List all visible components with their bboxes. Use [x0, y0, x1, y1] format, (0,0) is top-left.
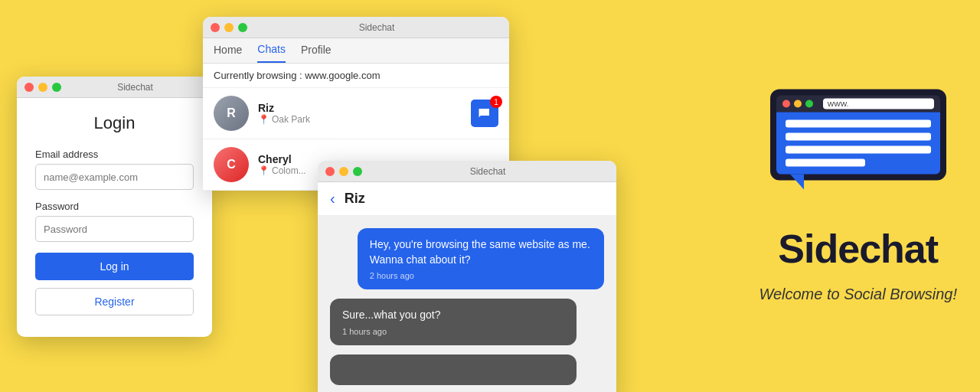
- message-received-2-partial: [330, 354, 577, 385]
- chat-conv-window-title: Sidechat: [367, 166, 609, 177]
- chat-action-btn-riz[interactable]: 1: [471, 100, 498, 127]
- message-sent-1: Hey, you're browsing the same website as…: [358, 228, 604, 289]
- chat-conv-minimize-dot[interactable]: [339, 167, 348, 176]
- chat-conv-titlebar: Sidechat: [318, 161, 616, 182]
- message-text-sent-1: Hey, you're browsing the same website as…: [370, 237, 592, 267]
- browser-frame-titlebar: WWW.: [776, 96, 940, 113]
- browser-url-bar: WWW.: [823, 99, 934, 109]
- browser-icon: WWW.: [770, 90, 946, 212]
- chat-info-riz: Riz 📍 Oak Park: [258, 102, 471, 125]
- chat-badge-riz: 1: [490, 96, 502, 108]
- tab-profile[interactable]: Profile: [301, 44, 332, 62]
- browser-frame: WWW.: [770, 90, 946, 181]
- message-received-1: Sure...what you got? 1 hours ago: [330, 299, 577, 345]
- location-icon-cheryl: 📍: [258, 165, 270, 176]
- chat-icon-riz: [478, 106, 492, 120]
- chats-minimize-dot[interactable]: [224, 23, 234, 32]
- chat-location-riz: 📍 Oak Park: [258, 114, 471, 125]
- back-button[interactable]: ‹: [330, 190, 335, 207]
- message-time-received-1: 1 hours ago: [342, 327, 564, 336]
- message-time-sent-1: 2 hours ago: [370, 271, 592, 280]
- login-titlebar: Sidechat: [17, 77, 212, 98]
- browser-dot-yellow: [794, 100, 802, 108]
- avatar-riz: R: [214, 96, 249, 131]
- chat-conv-close-dot[interactable]: [325, 167, 335, 176]
- avatar-cheryl: C: [214, 147, 249, 182]
- browser-line-3: [786, 146, 931, 154]
- tab-chats[interactable]: Chats: [257, 43, 286, 63]
- password-label: Password: [35, 201, 194, 212]
- browser-chat-bubble: [790, 175, 804, 190]
- message-text-received-1: Sure...what you got?: [342, 308, 564, 323]
- register-button[interactable]: Register: [35, 288, 194, 315]
- login-heading: Login: [35, 113, 194, 133]
- browser-dot-green: [805, 100, 813, 108]
- app-name: Sidechat: [778, 226, 938, 272]
- chats-tab-bar: Home Chats Profile: [203, 38, 509, 64]
- browsing-bar: Currently browsing : www.google.com: [203, 64, 509, 88]
- browser-content: [776, 113, 940, 175]
- chat-conversation-header: ‹ Riz: [318, 182, 616, 216]
- tab-home[interactable]: Home: [214, 44, 242, 62]
- chats-titlebar: Sidechat: [203, 17, 509, 38]
- email-input[interactable]: [35, 164, 194, 190]
- password-input[interactable]: [35, 216, 194, 242]
- login-window: Sidechat Login Email address Password Lo…: [17, 77, 212, 337]
- browser-lines: [786, 120, 931, 167]
- app-tagline: Welcome to Social Browsing!: [759, 286, 957, 303]
- chat-conv-maximize-dot[interactable]: [353, 167, 362, 176]
- login-button[interactable]: Log in: [35, 253, 194, 280]
- close-dot[interactable]: [24, 83, 34, 92]
- browser-line-4: [786, 159, 866, 167]
- maximize-dot[interactable]: [52, 83, 61, 92]
- browser-line-2: [786, 133, 931, 141]
- chats-window-title: Sidechat: [252, 22, 501, 33]
- login-window-title: Sidechat: [66, 82, 204, 93]
- chat-conversation-window: Sidechat ‹ Riz Hey, you're browsing the …: [318, 161, 616, 392]
- login-body: Login Email address Password Log in Regi…: [17, 98, 212, 337]
- email-label: Email address: [35, 149, 194, 160]
- chat-messages-area: Hey, you're browsing the same website as…: [318, 216, 616, 392]
- chat-name-riz: Riz: [258, 102, 471, 114]
- location-icon-riz: 📍: [258, 114, 270, 125]
- chats-maximize-dot[interactable]: [238, 23, 247, 32]
- minimize-dot[interactable]: [38, 83, 47, 92]
- browser-line-1: [786, 120, 931, 128]
- browser-dot-red: [782, 100, 790, 108]
- right-panel: WWW. Sidechat Welcome to Social Browsing…: [759, 90, 957, 303]
- chats-close-dot[interactable]: [211, 23, 220, 32]
- chat-list-item-riz[interactable]: R Riz 📍 Oak Park 1: [203, 88, 509, 139]
- chat-contact-name: Riz: [345, 191, 365, 207]
